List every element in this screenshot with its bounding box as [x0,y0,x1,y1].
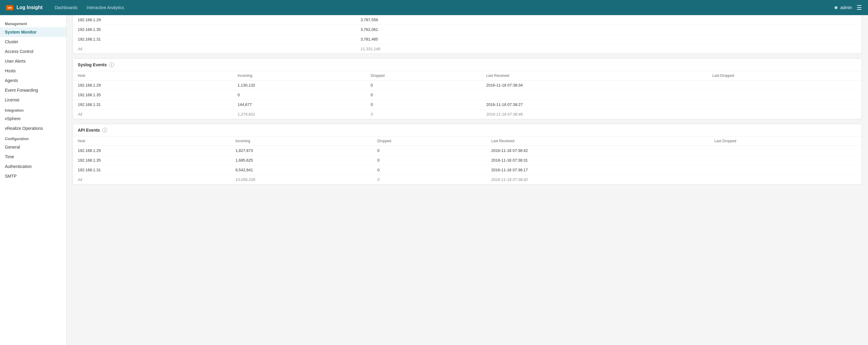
cell-last-dropped [710,146,862,156]
user-icon: ☻ [834,5,839,10]
table-row: 192.168.1.29 1,130,132 0 2016-11-18 07:3… [73,81,862,90]
management-section-title: Management [0,18,66,27]
sidebar-item-general[interactable]: General [0,142,66,152]
topnav-right: ☻ admin ☰ [834,4,862,11]
sidebar-item-agents[interactable]: Agents [0,76,66,85]
cell-incoming: 144,677 [233,100,366,109]
col-last-received: Last Received [482,71,708,81]
cell-host: 192.168.1.29 [73,81,233,90]
user-menu[interactable]: ☻ admin [834,5,852,10]
table-row: 192.168.1.35 3,762,061 [73,25,862,34]
col-dropped: Dropped [373,136,487,146]
sidebar: Management System Monitor Cluster Access… [0,15,67,345]
sidebar-item-user-alerts[interactable]: User Alerts [0,56,66,66]
syslog-events-header: Syslog Events i [73,59,862,71]
table-row: 192.168.1.31 3,781,465 [73,34,862,44]
api-events-section: API Events i Host Incoming Dropped Last … [73,124,862,185]
cell-value: 3,781,465 [355,34,610,44]
col-last-dropped: Last Dropped [708,71,862,81]
cell-dropped: 0 [366,90,482,100]
app-logo[interactable]: vm Log Insight [6,5,43,10]
cell-all-value: 11,331,148 [355,44,610,54]
table-total-row: All 11,331,148 [73,44,862,54]
integration-section-title: Integration [0,105,66,114]
col-incoming: Incoming [230,136,373,146]
cell-value: 3,787,556 [355,15,610,25]
cell-last-dropped [710,156,862,165]
cell-value: 3,762,061 [355,25,610,34]
sidebar-item-license[interactable]: License [0,95,66,105]
cell-all-incoming: 10,056,339 [230,175,373,185]
cell-all-label: All [73,44,355,54]
cell-all-dropped: 0 [366,109,482,119]
api-events-header: API Events i [73,124,862,136]
table-row: 192.168.1.35 0 0 [73,90,862,100]
main-content: 192.168.1.29 3,787,556 192.168.1.35 3,76… [67,15,868,345]
col-host: Host [73,71,233,81]
app-name: Log Insight [17,5,42,10]
table-total-row: All 10,056,339 0 2016-11-18 07:38:42 [73,175,862,185]
cell-host: 192.168.1.35 [73,25,355,34]
cell-incoming: 1,685,625 [230,156,373,165]
api-info-icon[interactable]: i [102,128,107,132]
table-header-row: Host Incoming Dropped Last Received Last… [73,71,862,81]
cell-host: 192.168.1.31 [73,34,355,44]
hamburger-menu-icon[interactable]: ☰ [857,4,862,11]
cell-all-last-dropped [710,175,862,185]
cell-all-last-dropped [708,109,862,119]
col-last-received: Last Received [486,136,709,146]
cell-all-last-received: 2016-11-18 07:38:42 [486,175,709,185]
cell-incoming: 1,827,873 [230,146,373,156]
cell-all-dropped: 0 [373,175,487,185]
cell-dropped: 0 [373,146,487,156]
cell-all-last-received: 2016-11-18 07:38:46 [482,109,708,119]
nav-interactive-analytics[interactable]: Interactive Analytics [87,5,124,10]
sidebar-item-cluster[interactable]: Cluster [0,37,66,46]
cell-last-received: 2016-11-18 07:38:17 [486,165,709,175]
cell-last-received: 2016-11-18 07:38:31 [486,156,709,165]
sidebar-item-vsphere[interactable]: vSphere [0,114,66,123]
syslog-events-section: Syslog Events i Host Incoming Dropped La… [73,58,862,119]
syslog-events-title: Syslog Events [78,62,107,67]
cell-dropped: 0 [373,165,487,175]
sidebar-item-event-forwarding[interactable]: Event Forwarding [0,85,66,95]
cell-host: 192.168.1.31 [73,165,230,175]
cell-last-dropped [708,81,862,90]
cell-last-received [482,90,708,100]
nav-dashboards[interactable]: Dashboards [55,5,78,10]
table-total-row: All 1,274,831 0 2016-11-18 07:38:46 [73,109,862,119]
sidebar-item-access-control[interactable]: Access Control [0,46,66,56]
nav-links: Dashboards Interactive Analytics [55,5,834,10]
sidebar-item-vrealize-operations[interactable]: vRealize Operations [0,123,66,133]
col-dropped: Dropped [366,71,482,81]
sidebar-item-hosts[interactable]: Hosts [0,66,66,76]
cell-all-host: All [73,109,233,119]
sidebar-item-time[interactable]: Time [0,152,66,162]
sidebar-item-system-monitor[interactable]: System Monitor [0,27,66,37]
sidebar-item-authentication[interactable]: Authentication [0,162,66,171]
api-events-title: API Events [78,128,100,132]
username: admin [840,5,852,10]
table-header-row: Host Incoming Dropped Last Received Last… [73,136,862,146]
table-row: 192.168.1.35 1,685,625 0 2016-11-18 07:3… [73,156,862,165]
cell-host: 192.168.1.35 [73,156,230,165]
cell-all-incoming: 1,274,831 [233,109,366,119]
cell-last-dropped [710,165,862,175]
cell-dropped: 0 [366,100,482,109]
vm-logo-icon: vm [6,5,13,10]
cell-host: 192.168.1.35 [73,90,233,100]
sidebar-item-smtp[interactable]: SMTP [0,171,66,181]
col-host: Host [73,136,230,146]
cell-last-dropped [708,90,862,100]
cell-last-received: 2016-11-18 07:38:27 [482,100,708,109]
api-events-table: Host Incoming Dropped Last Received Last… [73,136,862,184]
cell-host: 192.168.1.31 [73,100,233,109]
col-last-dropped: Last Dropped [710,136,862,146]
table-row: 192.168.1.29 3,787,556 [73,15,862,25]
syslog-info-icon[interactable]: i [109,62,114,67]
cell-last-dropped [708,100,862,109]
cell-incoming: 6,542,841 [230,165,373,175]
table-row: 192.168.1.31 144,677 0 2016-11-18 07:38:… [73,100,862,109]
cell-all-host: All [73,175,230,185]
top-navigation: vm Log Insight Dashboards Interactive An… [0,0,868,15]
